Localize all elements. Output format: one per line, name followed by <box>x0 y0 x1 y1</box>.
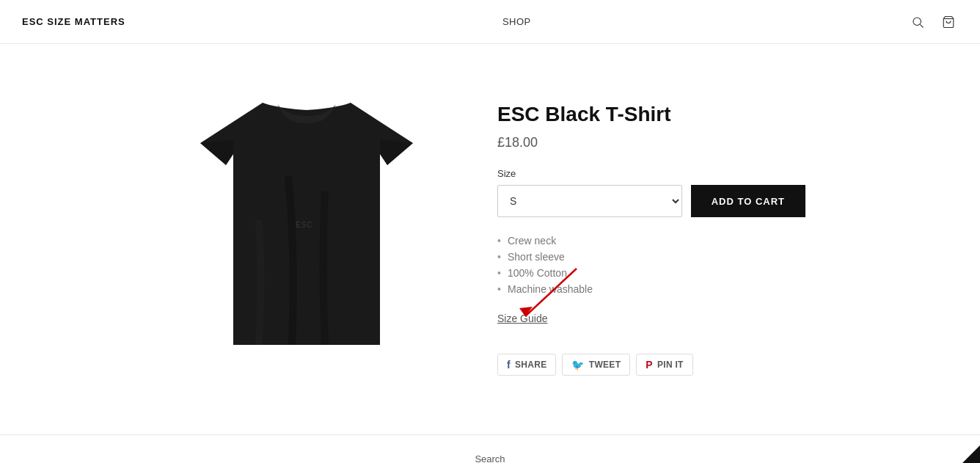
share-label: SHARE <box>515 360 547 370</box>
product-title: ESC Black T-Shirt <box>497 103 805 126</box>
feature-item: 100% Cotton <box>497 267 805 279</box>
footer-search-link[interactable]: Search <box>475 453 505 463</box>
product-page: ESC ESC Black T-Shirt £18.00 Size S M L … <box>50 44 930 434</box>
cart-button[interactable] <box>939 12 958 32</box>
search-button[interactable] <box>908 12 927 32</box>
features-list: Crew neck Short sleeve 100% Cotton Machi… <box>497 235 805 295</box>
nav-shop[interactable]: SHOP <box>502 16 531 27</box>
product-price: £18.00 <box>497 135 805 150</box>
pinterest-icon: P <box>646 359 653 371</box>
social-share: f SHARE 🐦 TWEET P PIN IT <box>497 354 805 376</box>
cart-icon <box>942 15 955 29</box>
svg-text:ESC: ESC <box>296 221 313 229</box>
product-image-container: ESC <box>175 88 439 367</box>
feature-item: Short sleeve <box>497 251 805 263</box>
size-select[interactable]: S M L XL XXL <box>497 185 682 217</box>
svg-point-0 <box>913 18 921 26</box>
pin-label: PIN IT <box>657 360 684 370</box>
add-to-cart-button[interactable]: ADD TO CART <box>691 185 805 217</box>
size-guide-link[interactable]: Size Guide <box>497 313 547 324</box>
twitter-share-button[interactable]: 🐦 TWEET <box>562 354 630 376</box>
site-footer: Search <box>0 434 980 463</box>
twitter-icon: 🐦 <box>571 359 584 371</box>
svg-line-1 <box>920 24 923 27</box>
tweet-label: TWEET <box>589 360 621 370</box>
header-icons <box>908 12 958 32</box>
product-image: ESC <box>189 88 424 367</box>
main-nav: SHOP <box>502 16 531 27</box>
facebook-icon: f <box>507 359 511 371</box>
size-row: S M L XL XXL ADD TO CART <box>497 185 805 217</box>
site-header: ESC SIZE MATTERS SHOP <box>0 0 980 44</box>
feature-item: Machine washable <box>497 283 805 295</box>
pinterest-share-button[interactable]: P PIN IT <box>636 354 692 376</box>
search-icon <box>911 15 924 29</box>
facebook-share-button[interactable]: f SHARE <box>497 354 556 376</box>
product-details: ESC Black T-Shirt £18.00 Size S M L XL X… <box>497 88 805 376</box>
site-logo[interactable]: ESC SIZE MATTERS <box>22 16 125 27</box>
size-label: Size <box>497 168 805 179</box>
size-guide-container: Size Guide <box>497 313 547 348</box>
feature-item: Crew neck <box>497 235 805 247</box>
